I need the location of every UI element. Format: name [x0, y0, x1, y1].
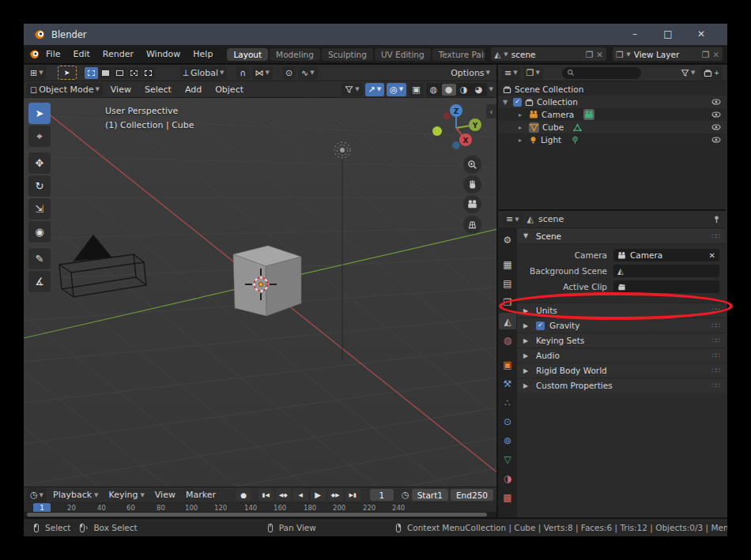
current-frame-field[interactable]: 1 [370, 489, 394, 501]
collection-checkbox[interactable]: ✓ [513, 98, 522, 107]
outliner-search-input[interactable] [562, 67, 641, 79]
visibility-filter-dropdown[interactable]: ▼ [342, 83, 362, 96]
jump-end-button[interactable]: ▶▮ [345, 489, 360, 501]
perspective-toggle-button[interactable] [463, 216, 481, 234]
properties-editor-type-button[interactable]: ≡▼ [503, 212, 523, 226]
select-mode-extend[interactable] [99, 67, 112, 79]
light-object[interactable] [334, 142, 350, 158]
menu-select[interactable]: Select [139, 85, 177, 95]
jump-start-button[interactable]: ▮◀ [259, 489, 274, 501]
shading-wireframe-button[interactable]: ◍ [427, 84, 441, 96]
start-frame-field[interactable]: Start1 [412, 489, 448, 501]
tab-material[interactable]: ◑ [499, 470, 516, 487]
shading-material-button[interactable]: ◑ [457, 84, 471, 96]
auto-keyframe-clock-icon[interactable]: ◷ [402, 490, 409, 500]
menu-file[interactable]: File [40, 45, 66, 63]
mode-dropdown[interactable]: ◻ Object Mode ▼ [27, 83, 103, 96]
proportional-edit-toggle[interactable]: ⊙ [282, 66, 296, 80]
drag-handle-icon[interactable]: ∷∷ [712, 366, 719, 374]
disclosure-triangle-icon[interactable]: ▸ [519, 137, 526, 144]
outliner-row-scene-collection[interactable]: Scene Collection [498, 83, 726, 96]
select-mode-subtract[interactable] [113, 67, 126, 79]
tool-measure[interactable]: ∡ [28, 271, 51, 292]
view-layer-selector[interactable]: ❐▼ View Layer ❐ ✕ [613, 47, 723, 61]
shading-rendered-button[interactable]: ◕ [472, 84, 486, 96]
menu-help[interactable]: Help [187, 45, 219, 63]
eye-icon[interactable] [711, 97, 721, 107]
menu-window[interactable]: Window [140, 45, 187, 63]
drag-handle-icon[interactable]: ∷∷ [712, 306, 719, 314]
gizmos-toggle[interactable]: ↗▼ [365, 83, 385, 96]
copy-icon[interactable]: ❐ [702, 50, 709, 59]
menu-view[interactable]: View [105, 85, 137, 95]
tool-rotate[interactable]: ↻ [28, 175, 51, 197]
tab-tool[interactable]: ⚙ [499, 231, 516, 248]
camera-view-button[interactable] [463, 195, 481, 213]
tab-particles[interactable]: ∴ [499, 394, 516, 411]
tab-world[interactable]: ◍ [499, 332, 516, 348]
tab-uv-editing[interactable]: UV Editing [375, 48, 431, 61]
tab-sculpting[interactable]: Sculpting [322, 48, 373, 61]
menu-edit[interactable]: Edit [66, 45, 96, 63]
scrollbar-thumb[interactable] [27, 513, 487, 517]
menu-add[interactable]: Add [179, 85, 207, 95]
outliner-row-camera[interactable]: ▸ Camera [498, 108, 726, 121]
camera-data-iconbox[interactable] [583, 109, 594, 120]
menu-keying[interactable]: Keying▼ [104, 490, 148, 500]
timeline-scrollbar[interactable] [24, 512, 496, 517]
eye-icon[interactable] [711, 122, 721, 132]
pin-icon[interactable] [712, 215, 721, 224]
blender-menu-icon[interactable] [28, 48, 40, 60]
editor-type-button[interactable]: ⊞▼ [27, 66, 47, 80]
record-button[interactable]: ● [236, 489, 251, 501]
minimize-button[interactable]: – [618, 24, 651, 45]
panel-custom-properties[interactable]: ▶ Custom Properties ∷∷ [517, 378, 726, 393]
disclosure-triangle-icon[interactable]: ▼ [503, 99, 510, 106]
transform-orientation-dropdown[interactable]: ⟂ Global ▼ [180, 66, 228, 80]
tab-output[interactable]: ▤ [499, 275, 516, 291]
timeline-ruler[interactable]: 1 20 40 60 80 100 120 140 160 180 200 22… [24, 502, 496, 512]
active-clip-input[interactable] [613, 280, 719, 293]
timeline-editor-type-button[interactable]: ◷▼ [27, 488, 47, 502]
outliner-display-mode-button[interactable]: ❐▼ [523, 66, 543, 80]
pan-button[interactable] [463, 175, 481, 194]
disclosure-triangle-icon[interactable]: ▸ [519, 111, 526, 118]
tab-view-layer[interactable]: ❐ [499, 294, 516, 310]
tab-object-data[interactable]: ▽ [499, 451, 516, 468]
gizmo-neg-x[interactable] [443, 113, 451, 120]
prev-frame-button[interactable]: ◀ [293, 489, 308, 501]
drag-handle-icon[interactable]: ∷∷ [712, 336, 719, 344]
menu-view-timeline[interactable]: View [151, 490, 179, 500]
close-icon[interactable]: ✕ [712, 50, 719, 59]
panel-scene-header[interactable]: ▼ Scene ∷∷ [517, 228, 726, 244]
menu-marker[interactable]: Marker [182, 490, 220, 500]
close-button[interactable]: ✕ [685, 24, 718, 45]
tool-transform[interactable]: ◉ [28, 221, 51, 242]
end-frame-field[interactable]: End250 [451, 489, 493, 501]
close-icon[interactable]: ✕ [596, 50, 603, 59]
proportional-falloff-dropdown[interactable]: ∿▼ [298, 66, 318, 80]
options-dropdown[interactable]: Options▼ [447, 66, 493, 80]
tool-move[interactable]: ✥ [28, 152, 51, 174]
panel-units[interactable]: ▶ Units ∷∷ [517, 303, 726, 318]
outliner-row-cube[interactable]: ▸ Cube [498, 121, 726, 133]
tool-select-box[interactable]: ➤ [28, 103, 51, 124]
navigation-gizmo[interactable]: Z Y X [432, 104, 481, 149]
sidebar-toggle[interactable]: ‹ [486, 104, 496, 118]
camera-field-input[interactable]: Camera ✕ [613, 249, 719, 261]
outliner-editor-type-button[interactable]: ≡▼ [501, 66, 521, 80]
overlays-toggle[interactable]: ◎▼ [387, 83, 406, 96]
active-tool-icon[interactable]: ➤ [58, 66, 77, 80]
tool-annotate[interactable]: ✎ [28, 248, 51, 269]
tab-physics[interactable]: ⊙ [499, 413, 516, 430]
shading-solid-button[interactable]: ● [442, 84, 456, 96]
drag-handle-icon[interactable]: ∷∷ [712, 321, 719, 329]
prev-keyframe-button[interactable]: ◀◆ [276, 489, 291, 501]
tab-scene[interactable]: ◭ [499, 313, 516, 329]
drag-handle-icon[interactable]: ∷∷ [712, 351, 719, 359]
gizmo-neg-y[interactable] [432, 126, 442, 136]
panel-rigid-body-world[interactable]: ▶ Rigid Body World ∷∷ [517, 363, 726, 378]
outliner-filter-dropdown[interactable]: ▼ [677, 66, 698, 80]
zoom-button[interactable] [463, 156, 481, 174]
gravity-checkbox[interactable]: ✓ [536, 321, 545, 330]
